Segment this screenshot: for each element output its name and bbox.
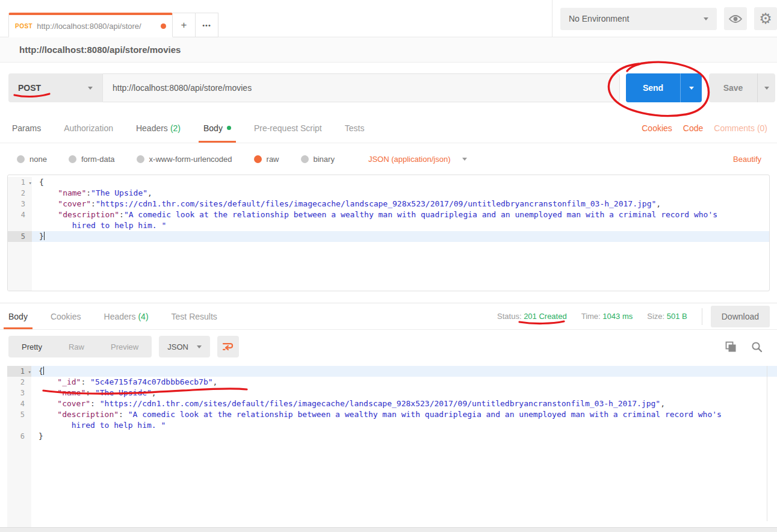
tab-overflow-button[interactable]: •••: [196, 13, 218, 37]
wrap-lines-button[interactable]: [217, 336, 239, 357]
status-badge: Status: 201 Created: [497, 312, 567, 321]
tab-url-label: http://localhost:8080/api/store/: [37, 22, 157, 31]
fold-caret-icon[interactable]: ▾: [28, 367, 31, 377]
request-code-area[interactable]: 1▾{2 "name":"The Upside",3 "cover":"http…: [8, 175, 769, 291]
divider: [702, 308, 702, 325]
chevron-down-icon: [88, 87, 93, 90]
send-button-group: Send: [626, 73, 702, 102]
response-tools: [725, 341, 777, 353]
mode-none-radio[interactable]: none: [17, 155, 47, 164]
unsaved-changes-dot: [161, 23, 166, 29]
copy-icon: [725, 341, 737, 353]
cookies-link[interactable]: Cookies: [642, 123, 672, 133]
code-line: 5}: [8, 231, 769, 242]
response-headers-count-badge: (4): [138, 312, 148, 321]
save-options-button[interactable]: [757, 73, 775, 102]
save-button-group: Save: [709, 73, 775, 102]
radio-icon: [301, 155, 309, 163]
request-links: Cookies Code Comments (0): [642, 113, 777, 143]
search-icon: [751, 341, 763, 353]
download-button[interactable]: Download: [711, 306, 770, 327]
search-button[interactable]: [751, 341, 763, 353]
tab-authorization[interactable]: Authorization: [64, 113, 113, 143]
code-line: 5 "description": "A comedic look at the …: [7, 409, 777, 431]
code-line: 2 "name":"The Upside",: [8, 188, 769, 199]
tab-method-label: POST: [15, 23, 33, 29]
tab-headers[interactable]: Headers(2): [136, 113, 181, 143]
response-body-viewer[interactable]: 1▾{2 "_id": "5c4e715fa74c07dbbb6ecb7b",3…: [7, 363, 777, 527]
response-section-tabs: Body Cookies Headers(4) Test Results Sta…: [0, 303, 777, 330]
request-title-bar: http://localhost:8080/api/store/movies: [0, 37, 777, 63]
request-tabs-strip: POST http://localhost:8080/api/store/ + …: [8, 13, 218, 37]
code-link[interactable]: Code: [683, 123, 703, 133]
send-button[interactable]: Send: [626, 73, 680, 102]
mode-form-data-radio[interactable]: form-data: [69, 155, 115, 164]
tab-tests[interactable]: Tests: [345, 113, 365, 143]
environment-selected-label: No Environment: [569, 14, 704, 23]
send-options-button[interactable]: [680, 73, 702, 102]
wrap-lines-icon: [222, 342, 234, 351]
window-footer: [0, 527, 777, 532]
save-button[interactable]: Save: [709, 73, 757, 102]
size-badge: Size: 501 B: [647, 312, 687, 321]
code-line: 1▾{: [7, 366, 777, 377]
response-tab-cookies[interactable]: Cookies: [51, 303, 81, 329]
radio-icon: [69, 155, 76, 163]
body-has-content-dot: [227, 126, 231, 130]
size-value: 501 B: [667, 312, 687, 321]
response-tab-body[interactable]: Body: [8, 303, 28, 329]
environment-select[interactable]: No Environment: [560, 8, 717, 30]
tab-params[interactable]: Params: [12, 113, 41, 143]
body-mode-row: none form-data x-www-form-urlencoded raw…: [0, 143, 777, 175]
response-meta: Status: 201 Created Time: 1043 ms Size: …: [497, 303, 777, 329]
code-line: 6}: [7, 431, 777, 442]
radio-icon: [137, 155, 144, 163]
settings-button[interactable]: ⚙: [754, 7, 777, 30]
response-tab-test-results[interactable]: Test Results: [172, 303, 217, 329]
chevron-down-icon: [704, 17, 708, 20]
code-line: 2 "_id": "5c4e715fa74c07dbbb6ecb7b",: [7, 377, 777, 388]
app-header: POST http://localhost:8080/api/store/ + …: [0, 0, 777, 37]
text-cursor: [44, 232, 45, 240]
request-body-editor[interactable]: 1▾{2 "name":"The Upside",3 "cover":"http…: [7, 175, 770, 291]
method-select[interactable]: POST: [8, 73, 102, 102]
response-tab-headers[interactable]: Headers(4): [104, 303, 149, 329]
code-line: 1▾{: [8, 177, 769, 188]
request-builder: POST Send Save: [0, 63, 777, 113]
response-view-switch: Pretty Raw Preview: [8, 336, 152, 357]
tab-pre-request-script[interactable]: Pre-request Script: [254, 113, 322, 143]
code-line: 3 "name": "The Upside",: [7, 388, 777, 398]
mode-urlencoded-radio[interactable]: x-www-form-urlencoded: [137, 155, 232, 164]
view-preview-button[interactable]: Preview: [98, 336, 152, 357]
response-format-select[interactable]: JSON: [159, 336, 210, 357]
eye-icon: [728, 14, 743, 24]
text-cursor: [43, 367, 44, 375]
chevron-down-icon: [764, 87, 769, 90]
response-toolbar: Pretty Raw Preview JSON: [0, 330, 777, 363]
mode-binary-radio[interactable]: binary: [301, 155, 335, 164]
content-type-select[interactable]: JSON (application/json): [368, 155, 468, 164]
request-section-tabs: Params Authorization Headers(2) Body Pre…: [0, 113, 777, 143]
chevron-down-icon: [462, 158, 467, 161]
radio-selected-icon: [254, 155, 262, 163]
status-value: 201 Created: [524, 312, 567, 321]
new-tab-button[interactable]: +: [173, 13, 196, 37]
headers-count-badge: (2): [170, 123, 181, 133]
comments-link[interactable]: Comments (0): [714, 123, 767, 133]
url-input[interactable]: [102, 73, 620, 102]
code-line: 4 "description":"A comedic look at the r…: [8, 209, 769, 231]
beautify-link[interactable]: Beautify: [733, 155, 761, 164]
view-pretty-button[interactable]: Pretty: [8, 336, 55, 357]
copy-button[interactable]: [725, 341, 737, 353]
code-line: 3 "cover":"https://cdn1.thr.com/sites/de…: [8, 199, 769, 209]
request-tab[interactable]: POST http://localhost:8080/api/store/: [8, 13, 173, 37]
view-raw-button[interactable]: Raw: [55, 336, 98, 357]
tab-body[interactable]: Body: [203, 113, 231, 143]
header-right-group: No Environment ⚙: [552, 0, 777, 37]
response-code-area: 1▾{2 "_id": "5c4e715fa74c07dbbb6ecb7b",3…: [7, 363, 777, 527]
fold-caret-icon[interactable]: ▾: [29, 178, 32, 188]
scrollbar[interactable]: [767, 366, 767, 521]
mode-raw-radio[interactable]: raw: [254, 155, 279, 164]
environment-quick-look-button[interactable]: [724, 7, 747, 30]
gear-icon: ⚙: [759, 11, 772, 26]
